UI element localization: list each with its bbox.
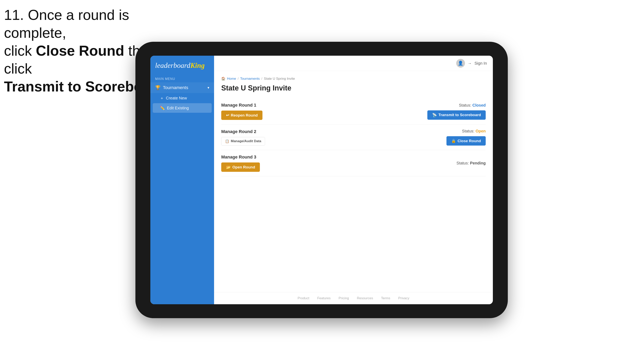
sidebar-create-new[interactable]: ＋ Create New: [150, 93, 214, 103]
logo-king: King: [190, 61, 205, 69]
sign-in-area: 👤 → Sign In: [456, 59, 487, 68]
breadcrumb-home[interactable]: Home: [227, 77, 236, 81]
sidebar: leaderboardKing MAIN MENU 🏆 Tournaments …: [150, 56, 214, 304]
round-3-card: Manage Round 3 📂 Open Round Status: Pend…: [221, 150, 486, 176]
page-body: 🏠 Home / Tournaments / State U Spring In…: [214, 71, 493, 292]
breadcrumb-sep1: /: [238, 77, 238, 81]
edit-existing-label: Edit Existing: [167, 106, 189, 110]
open-round-label: Open Round: [232, 165, 255, 170]
round-3-title: Manage Round 3: [221, 155, 260, 160]
breadcrumb-sep2: /: [261, 77, 262, 81]
sidebar-tournaments-label: Tournaments: [163, 85, 188, 90]
close-round-label: Close Round: [458, 139, 481, 143]
reopen-round-button[interactable]: ↩ Reopen Round: [221, 111, 262, 120]
page-title: State U Spring Invite: [221, 84, 486, 92]
instruction-line1: 11. Once a round is complete,: [4, 6, 183, 42]
round-2-status-value: Open: [476, 129, 486, 133]
tablet-frame: leaderboardKing MAIN MENU 🏆 Tournaments …: [136, 42, 508, 318]
breadcrumb-current: State U Spring Invite: [264, 77, 295, 81]
manage-audit-button[interactable]: 📋 Manage/Audit Data: [221, 137, 265, 146]
round-3-status: Status: Pending: [456, 161, 486, 166]
round-1-status: Status: Closed: [459, 103, 486, 108]
close-icon: 🔒: [451, 139, 456, 143]
sign-in-label[interactable]: Sign In: [474, 61, 487, 66]
transmit-to-scoreboard-button[interactable]: 📡 Transmit to Scoreboard: [427, 110, 486, 120]
footer-resources[interactable]: Resources: [357, 296, 373, 300]
manage-audit-label: Manage/Audit Data: [231, 139, 261, 143]
edit-icon: ✏️: [160, 106, 165, 110]
main-menu-label: MAIN MENU: [150, 76, 214, 82]
round-2-right: Status: Open 🔒 Close Round: [446, 129, 486, 146]
open-icon: 📂: [226, 165, 231, 170]
avatar: 👤: [456, 59, 465, 68]
breadcrumb: 🏠 Home / Tournaments / State U Spring In…: [221, 77, 486, 81]
round-3-status-value: Pending: [470, 161, 486, 165]
trophy-icon: 🏆: [155, 85, 160, 90]
round-2-left: Manage Round 2 📋 Manage/Audit Data: [221, 129, 265, 146]
round-1-status-value: Closed: [472, 103, 486, 107]
round-1-left: Manage Round 1 ↩ Reopen Round: [221, 103, 262, 120]
sidebar-main-menu: MAIN MENU 🏆 Tournaments ▾ ＋ Create New: [150, 74, 214, 115]
round-2-status: Status: Open: [462, 129, 486, 133]
close-round-button[interactable]: 🔒 Close Round: [446, 136, 486, 146]
round-2-card: Manage Round 2 📋 Manage/Audit Data Statu…: [221, 125, 486, 150]
transmit-scoreboard-label: Transmit to Scoreboard: [438, 113, 481, 117]
home-icon: 🏠: [221, 77, 226, 81]
reopen-round-label: Reopen Round: [231, 113, 258, 118]
footer: Product Features Pricing Resources Terms…: [214, 292, 493, 304]
sign-in-icon: →: [468, 61, 472, 66]
round-3-right: Status: Pending: [456, 161, 486, 166]
sidebar-item-tournaments[interactable]: 🏆 Tournaments ▾: [150, 82, 214, 93]
main-content: 👤 → Sign In 🏠 Home / Tournaments / State…: [214, 56, 493, 304]
round-2-title: Manage Round 2: [221, 129, 265, 134]
round-1-title: Manage Round 1: [221, 103, 262, 108]
logo-leaderboard: leaderboard: [155, 61, 190, 69]
round-1-card: Manage Round 1 ↩ Reopen Round Status: Cl…: [221, 98, 486, 125]
top-bar: 👤 → Sign In: [214, 56, 493, 71]
open-round-button[interactable]: 📂 Open Round: [221, 163, 260, 172]
audit-icon: 📋: [225, 139, 229, 143]
app-layout: leaderboardKing MAIN MENU 🏆 Tournaments …: [150, 56, 493, 304]
chevron-down-icon: ▾: [208, 86, 209, 90]
reopen-icon: ↩: [226, 113, 229, 118]
plus-icon: ＋: [160, 95, 164, 101]
footer-product[interactable]: Product: [298, 296, 310, 300]
tablet-screen: leaderboardKing MAIN MENU 🏆 Tournaments …: [150, 56, 493, 304]
sidebar-edit-existing[interactable]: ✏️ Edit Existing: [153, 103, 212, 113]
footer-terms[interactable]: Terms: [381, 296, 390, 300]
footer-privacy[interactable]: Privacy: [398, 296, 410, 300]
footer-pricing[interactable]: Pricing: [338, 296, 349, 300]
footer-features[interactable]: Features: [317, 296, 330, 300]
round-3-left: Manage Round 3 📂 Open Round: [221, 155, 260, 172]
transmit-icon: 📡: [432, 113, 437, 117]
create-new-label: Create New: [166, 96, 187, 100]
breadcrumb-tournaments[interactable]: Tournaments: [240, 77, 260, 81]
round-1-right: Status: Closed 📡 Transmit to Scoreboard: [427, 103, 486, 120]
sidebar-logo: leaderboardKing: [150, 56, 214, 74]
